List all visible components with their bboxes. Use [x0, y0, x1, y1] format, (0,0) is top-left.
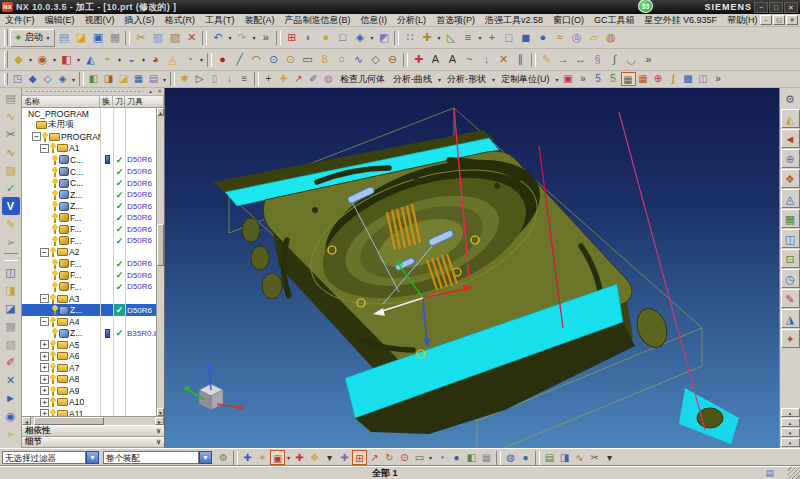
- open-folder-icon[interactable]: ◪: [72, 29, 89, 46]
- shell-icon[interactable]: ◍: [602, 29, 619, 46]
- snap-midpoint-icon[interactable]: ↗: [367, 450, 382, 465]
- menu-item[interactable]: 窗口(O): [548, 14, 589, 27]
- boolean-subtract-icon[interactable]: ◭: [82, 51, 99, 68]
- nav-row-A8[interactable]: +A8: [22, 374, 156, 386]
- maximize-button[interactable]: □: [769, 2, 783, 13]
- post-process-icon[interactable]: ↓: [222, 72, 237, 86]
- snap-point-on-face-icon[interactable]: ◧: [464, 450, 479, 465]
- stamping-icon[interactable]: ▧: [2, 335, 20, 353]
- selection-scope-value[interactable]: 整个装配: [103, 451, 199, 464]
- toolbar-grip[interactable]: [4, 29, 8, 46]
- save-ipw-icon[interactable]: ⊡: [781, 249, 800, 268]
- selection-settings-icon[interactable]: ⚙: [216, 450, 231, 465]
- measure-icon-dropdown[interactable]: ▾: [435, 34, 442, 41]
- play-macro-icon[interactable]: ►: [2, 389, 20, 407]
- more-curve-chevron[interactable]: »: [640, 51, 657, 68]
- top-selection-icon-dropdown[interactable]: ▾: [285, 454, 292, 461]
- move-component-icon-dropdown[interactable]: ▾: [368, 34, 375, 41]
- custom-units-button[interactable]: 定制单位(U): [497, 73, 554, 86]
- trim-body-icon-dropdown[interactable]: ▾: [116, 56, 123, 63]
- split-body-icon[interactable]: ◒: [123, 51, 140, 68]
- tree-hscrollbar[interactable]: ◄ ►: [22, 416, 164, 425]
- intersection-curve-icon[interactable]: ✕: [495, 51, 512, 68]
- new-file-icon[interactable]: ▤: [55, 29, 72, 46]
- stop-at-intersection-icon[interactable]: ✂: [587, 450, 602, 465]
- deviation-gauge-icon[interactable]: ▣: [561, 72, 576, 86]
- verify-toolpath-icon[interactable]: ▷: [192, 72, 207, 86]
- boolean-unite-icon-dropdown[interactable]: ▾: [75, 56, 82, 63]
- nav-row-NC_PROGRAM[interactable]: NC_PROGRAM: [22, 108, 156, 120]
- panel-close-button[interactable]: ✕: [155, 88, 164, 95]
- ipw-display-icon[interactable]: ◫: [781, 229, 800, 248]
- helix-icon[interactable]: §: [589, 51, 606, 68]
- toolpath-replay-icon[interactable]: ◄: [781, 129, 800, 148]
- boolean-unite-icon[interactable]: ◧: [58, 51, 75, 68]
- doc-restore-button[interactable]: ◱: [773, 15, 785, 25]
- nav-row-A1[interactable]: −A1: [22, 143, 156, 155]
- row3-end-chevron[interactable]: »: [711, 72, 726, 86]
- draft-analysis-icon[interactable]: ◫: [696, 72, 711, 86]
- viewport-3d[interactable]: ⚙◭◄⊕❖◬▦◫⊡◷✎◮✦ ▴ ▴ ▾ ▾: [165, 88, 800, 448]
- minimize-button[interactable]: −: [754, 2, 768, 13]
- window-icon[interactable]: □: [334, 29, 351, 46]
- menu-item[interactable]: 信息(I): [356, 14, 393, 27]
- trim-body-icon[interactable]: ◓: [99, 51, 116, 68]
- column-path[interactable]: 刀.: [113, 96, 125, 107]
- scroll-down-arrow[interactable]: ▼: [157, 408, 164, 416]
- extrude-icon-dropdown[interactable]: ▾: [27, 56, 34, 63]
- clip-section-icon[interactable]: ▤: [542, 450, 557, 465]
- bridge-curve-icon[interactable]: ◡: [623, 51, 640, 68]
- close-button[interactable]: ✕: [784, 2, 798, 13]
- snap-options-icon[interactable]: ❖: [307, 450, 322, 465]
- nav-row-A5[interactable]: +A5: [22, 339, 156, 351]
- snap-control-point-icon[interactable]: ↻: [382, 450, 397, 465]
- tree-vscrollbar[interactable]: ▲ ▼: [156, 108, 164, 416]
- list-toolpath-icon[interactable]: ≡: [237, 72, 252, 86]
- layer-settings-icon[interactable]: ▦: [781, 209, 800, 228]
- csys-constructor-icon[interactable]: ✚: [276, 72, 291, 86]
- expand-toggle[interactable]: +: [40, 375, 49, 384]
- snap-options-icon-dropdown[interactable]: ▾: [476, 34, 483, 41]
- undo-icon-dropdown[interactable]: ▾: [226, 34, 233, 41]
- section-analysis-icon[interactable]: 5: [591, 72, 606, 86]
- menu-item[interactable]: 首选项(P): [431, 14, 480, 27]
- scroll-right-arrow[interactable]: ►: [155, 417, 164, 425]
- expand-toggle[interactable]: −: [40, 248, 49, 257]
- project-curve-icon[interactable]: ↓: [478, 51, 495, 68]
- block-icon[interactable]: ◼: [517, 29, 534, 46]
- analysis-shape-button-dropdown[interactable]: ▾: [490, 76, 497, 83]
- process-studio-icon[interactable]: ➢: [2, 233, 20, 251]
- doc-close-button[interactable]: ✕: [786, 15, 798, 25]
- point-icon[interactable]: ●: [214, 51, 231, 68]
- nav-row-PROGRAM[interactable]: −PROGRAM: [22, 131, 156, 143]
- transform-icon[interactable]: ↔: [572, 51, 589, 68]
- curvature-graph-icon[interactable]: 5: [606, 72, 621, 86]
- program-order-view-icon[interactable]: ▤: [146, 72, 161, 86]
- datum-plane-icon[interactable]: ◻: [500, 29, 517, 46]
- nav-row-A4[interactable]: −A4: [22, 316, 156, 328]
- snap-arc-center-icon[interactable]: ▭: [412, 450, 427, 465]
- row3-overflow-chevron[interactable]: »: [576, 72, 591, 86]
- wcs-dynamics-icon[interactable]: +: [483, 29, 500, 46]
- nav-row-F...[interactable]: F...✓D50R6: [22, 235, 156, 247]
- chevron-down-icon[interactable]: ∨: [156, 438, 161, 446]
- menu-item[interactable]: 工具(T): [200, 14, 240, 27]
- menu-item[interactable]: 格式(R): [160, 14, 201, 27]
- nav-row-C...[interactable]: C...✓D50R6: [22, 154, 156, 166]
- expand-toggle[interactable]: −: [40, 294, 49, 303]
- status-grid-icon[interactable]: ▤: [765, 468, 774, 478]
- section-dependencies[interactable]: 相依性 ∨: [22, 425, 164, 437]
- part-navigator-icon[interactable]: ∿: [2, 143, 20, 161]
- cylinder-icon[interactable]: ●: [534, 29, 551, 46]
- grid-analysis-icon[interactable]: ▩: [681, 72, 696, 86]
- gouge-check-icon[interactable]: ✎: [781, 289, 800, 308]
- expand-toggle[interactable]: −: [40, 144, 49, 153]
- custom-units-button-dropdown[interactable]: ▾: [554, 76, 561, 83]
- highlight-selection-icon[interactable]: ✦: [255, 450, 270, 465]
- constraint-navigator-icon[interactable]: ✂: [2, 125, 20, 143]
- snap-intersection-icon[interactable]: ⊙: [397, 450, 412, 465]
- nav-row-Z...[interactable]: Z...✓D50R6: [22, 189, 156, 201]
- mold-wizard-icon[interactable]: ◨: [2, 281, 20, 299]
- mcs-display-icon[interactable]: ◭: [781, 109, 800, 128]
- studio-spline-icon[interactable]: ∿: [350, 51, 367, 68]
